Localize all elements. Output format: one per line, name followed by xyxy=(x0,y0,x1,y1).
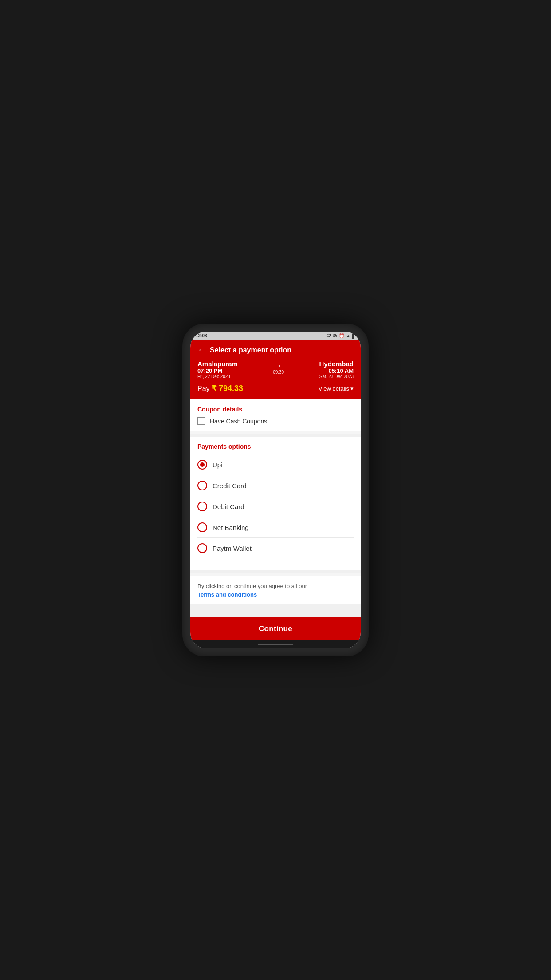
coupon-section: Coupon details Have Cash Coupons xyxy=(190,399,361,431)
route-arrow: → xyxy=(275,362,282,370)
pay-label: Pay xyxy=(197,385,210,392)
divider-2 xyxy=(190,570,361,573)
page-title: Select a payment option xyxy=(210,346,291,354)
route-from: Amalapuram 07:20 PM Fri, 22 Dec 2023 xyxy=(197,360,238,379)
to-city: Hyderabad xyxy=(319,360,354,368)
route-duration: 09:30 xyxy=(273,370,284,375)
content-area: Coupon details Have Cash Coupons Payment… xyxy=(190,399,361,617)
back-button[interactable]: ← xyxy=(197,345,205,355)
clock-icon: ⏰ xyxy=(339,333,344,338)
payment-label-upi: Upi xyxy=(213,461,223,469)
payment-option-credit-card[interactable]: Credit Card xyxy=(197,475,354,496)
pay-row: Pay ₹ 794.33 View details ▾ xyxy=(197,383,354,393)
home-indicator xyxy=(190,640,361,648)
status-icons: 🛡 🛍 ⏰ ▲ ▌ xyxy=(327,333,355,338)
coupon-label: Have Cash Coupons xyxy=(210,418,267,425)
payment-section-title: Payments options xyxy=(197,443,354,450)
radio-upi-inner xyxy=(200,462,205,467)
radio-credit-card xyxy=(197,481,207,490)
payment-option-debit-card[interactable]: Debit Card xyxy=(197,496,354,517)
view-details-label: View details xyxy=(319,385,349,392)
route-to: Hyderabad 05:10 AM Sat, 23 Dec 2023 xyxy=(319,360,354,379)
coupon-row[interactable]: Have Cash Coupons xyxy=(197,417,354,425)
payment-option-upi[interactable]: Upi xyxy=(197,454,354,475)
payment-label-credit-card: Credit Card xyxy=(213,482,247,490)
wifi-icon: ▲ xyxy=(346,333,350,338)
chevron-down-icon: ▾ xyxy=(350,385,354,392)
bag-icon: 🛍 xyxy=(333,333,337,338)
view-details-button[interactable]: View details ▾ xyxy=(319,385,354,392)
coupon-section-title: Coupon details xyxy=(197,406,354,413)
radio-paytm-wallet xyxy=(197,543,207,553)
header-nav: ← Select a payment option xyxy=(197,345,354,355)
shield-icon: 🛡 xyxy=(327,333,331,338)
payment-option-paytm-wallet[interactable]: Paytm Wallet xyxy=(197,538,354,558)
phone-frame: 12:08 🛡 🛍 ⏰ ▲ ▌ ← Select a payment optio… xyxy=(182,324,369,656)
radio-upi xyxy=(197,460,207,470)
status-time: 12:08 xyxy=(196,333,207,338)
header: ← Select a payment option Amalapuram 07:… xyxy=(190,340,361,399)
home-bar xyxy=(258,644,293,645)
continue-button[interactable]: Continue xyxy=(190,617,361,640)
payment-option-net-banking[interactable]: Net Banking xyxy=(197,517,354,538)
from-time: 07:20 PM xyxy=(197,368,238,374)
to-time: 05:10 AM xyxy=(319,368,354,374)
payment-label-debit-card: Debit Card xyxy=(213,503,244,510)
payment-label-paytm-wallet: Paytm Wallet xyxy=(213,545,252,552)
status-bar: 12:08 🛡 🛍 ⏰ ▲ ▌ xyxy=(190,332,361,340)
from-city: Amalapuram xyxy=(197,360,238,368)
to-date: Sat, 23 Dec 2023 xyxy=(319,374,354,379)
pay-amount: ₹ 794.33 xyxy=(212,384,243,393)
extra-space xyxy=(190,604,361,617)
payment-label-net-banking: Net Banking xyxy=(213,524,249,531)
route-info: Amalapuram 07:20 PM Fri, 22 Dec 2023 → 0… xyxy=(197,360,354,379)
radio-debit-card xyxy=(197,502,207,511)
from-date: Fri, 22 Dec 2023 xyxy=(197,374,238,379)
route-middle: → 09:30 xyxy=(273,360,284,375)
coupon-checkbox[interactable] xyxy=(197,417,205,425)
signal-icon: ▌ xyxy=(352,333,355,338)
terms-link[interactable]: Terms and conditions xyxy=(197,591,354,598)
terms-section: By clicking on continue you agree to all… xyxy=(190,576,361,605)
terms-pre-text: By clicking on continue you agree to all… xyxy=(197,583,307,589)
radio-net-banking xyxy=(197,522,207,532)
payment-section: Payments options Upi Credit Card Debit xyxy=(190,437,361,570)
phone-screen: 12:08 🛡 🛍 ⏰ ▲ ▌ ← Select a payment optio… xyxy=(190,332,361,648)
